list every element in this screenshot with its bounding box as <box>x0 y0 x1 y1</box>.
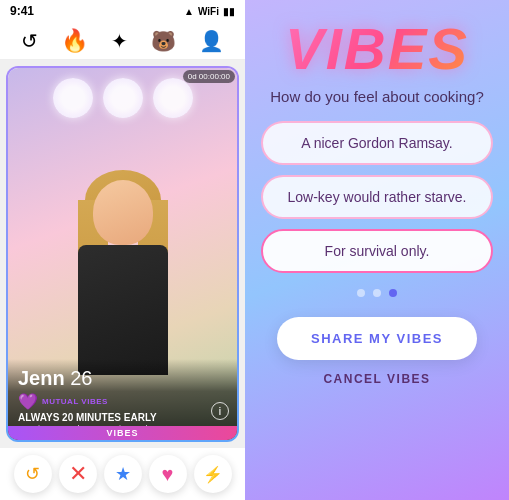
undo-nav-icon[interactable]: ↺ <box>21 29 38 53</box>
battery-icon: ▮▮ <box>223 6 235 17</box>
option-2[interactable]: Low-key would rather starve. <box>261 175 493 219</box>
person-body <box>78 245 168 375</box>
options-container: A nicer Gordon Ramsay. Low-key would rat… <box>261 121 493 273</box>
status-time: 9:41 <box>10 4 34 18</box>
action-bar: ↺ ✕ ★ ♥ ⚡ <box>0 448 245 500</box>
flower-2 <box>103 78 143 118</box>
person-image <box>58 180 188 380</box>
status-icons: ▲ WiFi ▮▮ <box>184 6 235 17</box>
nav-bar: ↺ 🔥 ✦ 🐻 👤 <box>0 22 245 60</box>
star-icon: ★ <box>115 463 131 485</box>
right-panel: VIBES How do you feel about cooking? A n… <box>245 0 509 500</box>
card-image: Jenn 26 💜 MUTUAL VIBES ALWAYS 20 MINUTES… <box>8 68 237 440</box>
mutual-vibes-tag: 💜 MUTUAL VIBES <box>18 392 227 411</box>
like-button[interactable]: ♥ <box>149 455 187 493</box>
card-detail: ALWAYS 20 MINUTES EARLY <box>18 412 227 423</box>
vibes-heart-icon: 💜 <box>18 392 38 411</box>
nope-icon: ✕ <box>69 461 87 487</box>
status-bar: 9:41 ▲ WiFi ▮▮ <box>0 0 245 22</box>
dot-3 <box>389 289 397 297</box>
question-text: How do you feel about cooking? <box>270 88 483 105</box>
undo-button[interactable]: ↺ <box>14 455 52 493</box>
wifi-icon: WiFi <box>198 6 219 17</box>
boost-button[interactable]: ⚡ <box>194 455 232 493</box>
undo-icon: ↺ <box>25 463 40 485</box>
sparkle-icon[interactable]: ✦ <box>111 29 128 53</box>
tinder-logo[interactable]: 🔥 <box>61 28 88 54</box>
vibes-badge: VIBES <box>8 426 237 440</box>
flowers-decoration <box>8 78 237 158</box>
info-button[interactable]: i <box>211 402 229 420</box>
nope-button[interactable]: ✕ <box>59 455 97 493</box>
flower-3 <box>153 78 193 118</box>
card-name: Jenn 26 <box>18 367 227 390</box>
superlike-button[interactable]: ★ <box>104 455 142 493</box>
profile-icon[interactable]: 👤 <box>199 29 224 53</box>
mutual-vibes-label: MUTUAL VIBES <box>42 397 108 406</box>
person-hair <box>85 170 161 230</box>
boost-icon: ⚡ <box>203 465 223 484</box>
timer: 0d 00:00:00 <box>183 70 235 83</box>
person-head <box>93 180 153 245</box>
bear-icon[interactable]: 🐻 <box>151 29 176 53</box>
option-3[interactable]: For survival only. <box>261 229 493 273</box>
option-1[interactable]: A nicer Gordon Ramsay. <box>261 121 493 165</box>
left-panel: 9:41 ▲ WiFi ▮▮ ↺ 🔥 ✦ 🐻 👤 <box>0 0 245 500</box>
dot-2 <box>373 289 381 297</box>
vibes-title: VIBES <box>285 20 469 78</box>
share-vibes-button[interactable]: SHARE MY VIBES <box>277 317 477 360</box>
dot-1 <box>357 289 365 297</box>
signal-icon: ▲ <box>184 6 194 17</box>
flower-1 <box>53 78 93 118</box>
progress-dots <box>357 289 397 297</box>
cancel-vibes-button[interactable]: CANCEL VIBES <box>323 372 430 386</box>
profile-card[interactable]: Jenn 26 💜 MUTUAL VIBES ALWAYS 20 MINUTES… <box>6 66 239 442</box>
heart-icon: ♥ <box>162 463 174 486</box>
